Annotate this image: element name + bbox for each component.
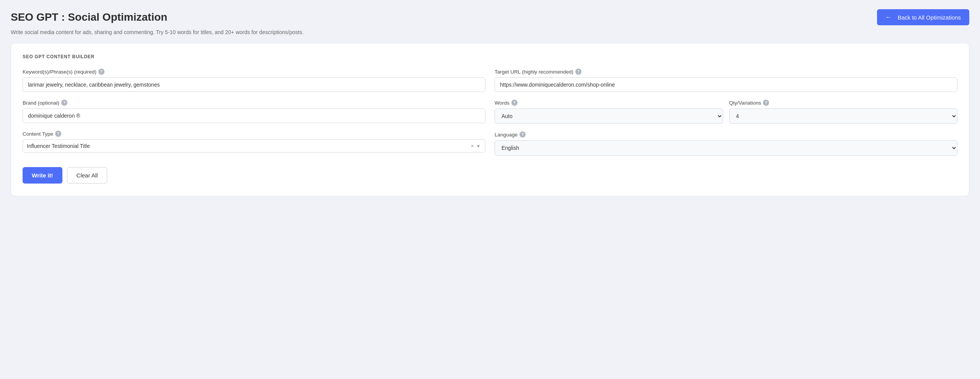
brand-help-icon[interactable]: ? <box>61 100 67 106</box>
keywords-label: Keyword(s)/Phrase(s) (required) ? <box>23 69 485 75</box>
keywords-help-icon[interactable]: ? <box>98 69 105 75</box>
content-type-wrapper: Influencer Testimonial Title × ▾ <box>23 139 485 153</box>
content-type-label: Content Type ? <box>23 131 485 137</box>
target-url-group: Target URL (highly recommended) ? <box>495 69 957 92</box>
actions-row: Write it! Clear All <box>23 167 957 184</box>
words-label: Words ? <box>495 100 723 106</box>
qty-label: Qty/Variations ? <box>729 100 958 106</box>
page-title: SEO GPT : Social Optimization <box>11 11 167 23</box>
brand-group: Brand (optional) ? <box>23 100 485 123</box>
language-select[interactable]: English Spanish French German Italian Po… <box>495 140 957 156</box>
qty-help-icon[interactable]: ? <box>763 100 769 106</box>
brand-input[interactable] <box>23 108 485 123</box>
language-group: Language ? English Spanish French German… <box>495 131 957 156</box>
language-label: Language ? <box>495 131 957 138</box>
target-url-input[interactable] <box>495 77 957 92</box>
back-button[interactable]: ← Back to All Optimizations <box>877 9 969 25</box>
keywords-input[interactable] <box>23 77 485 92</box>
content-type-dropdown-icon[interactable]: ▾ <box>475 143 481 149</box>
content-type-group: Content Type ? Influencer Testimonial Ti… <box>23 131 485 153</box>
keywords-group: Keyword(s)/Phrase(s) (required) ? <box>23 69 485 92</box>
form-grid: Keyword(s)/Phrase(s) (required) ? Brand … <box>23 69 957 163</box>
words-group: Words ? Auto 10 20 30 50 <box>495 100 723 124</box>
qty-select[interactable]: 1 2 3 4 5 <box>729 108 958 124</box>
back-button-text: Back to All Optimizations <box>898 14 961 21</box>
content-type-clear-icon[interactable]: × <box>469 143 475 149</box>
right-column: Target URL (highly recommended) ? Words … <box>495 69 957 163</box>
write-button[interactable]: Write it! <box>23 167 62 184</box>
back-arrow-icon: ← <box>885 14 892 21</box>
left-column: Keyword(s)/Phrase(s) (required) ? Brand … <box>23 69 485 163</box>
target-url-help-icon[interactable]: ? <box>575 69 581 75</box>
content-builder-card: SEO GPT CONTENT BUILDER Keyword(s)/Phras… <box>11 43 969 196</box>
words-select[interactable]: Auto 10 20 30 50 <box>495 108 723 124</box>
page-header: SEO GPT : Social Optimization ← Back to … <box>11 9 969 25</box>
qty-group: Qty/Variations ? 1 2 3 4 5 <box>729 100 958 124</box>
words-help-icon[interactable]: ? <box>511 100 518 106</box>
section-label: SEO GPT CONTENT BUILDER <box>23 54 957 59</box>
brand-label: Brand (optional) ? <box>23 100 485 106</box>
words-qty-row: Words ? Auto 10 20 30 50 Qty/Variations … <box>495 100 957 131</box>
target-url-label: Target URL (highly recommended) ? <box>495 69 957 75</box>
content-type-help-icon[interactable]: ? <box>55 131 61 137</box>
content-type-value: Influencer Testimonial Title <box>27 140 469 152</box>
page-subtitle: Write social media content for ads, shar… <box>11 29 969 35</box>
language-help-icon[interactable]: ? <box>519 131 526 138</box>
clear-button[interactable]: Clear All <box>67 167 108 184</box>
